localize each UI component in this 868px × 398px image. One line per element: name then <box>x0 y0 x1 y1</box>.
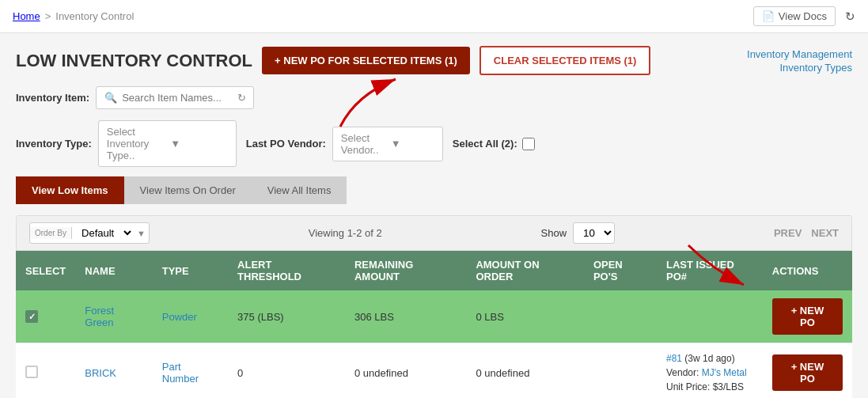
po-age: (3w 1d ago) <box>684 353 734 364</box>
breadcrumb-current: Inventory Control <box>55 10 134 22</box>
row2-new-po-button[interactable]: + NEW PO <box>772 354 843 391</box>
row1-on-order: 0 LBS <box>466 290 583 343</box>
row2-name-link[interactable]: BRICK <box>85 367 116 379</box>
col-select: Select <box>16 251 75 290</box>
prev-button-top[interactable]: PREV <box>774 227 802 239</box>
row2-last-po: #81 (3w 1d ago) Vendor: MJ's Metal Unit … <box>657 343 763 399</box>
order-by-select[interactable]: Default <box>72 223 134 243</box>
select-all-checkbox[interactable] <box>522 138 535 150</box>
table-row: Forest Green Powder 375 (LBS) 306 LBS 0 … <box>16 290 852 343</box>
col-type: Type <box>153 251 228 290</box>
filters-row-2: Inventory Type: Select Inventory Type.. … <box>16 120 852 204</box>
header-right: Inventory Management Inventory Types <box>747 48 852 74</box>
inventory-item-filter-group: Inventory Item: 🔍 ↻ <box>16 86 254 109</box>
row1-new-po-button[interactable]: + NEW PO <box>772 298 843 335</box>
order-by-label: Order By <box>30 227 72 239</box>
row2-checkbox[interactable] <box>25 366 38 378</box>
row1-open-pos <box>584 290 657 343</box>
table-header: Select Name Type Alert Threshold Remaini… <box>16 251 852 290</box>
row1-type-link[interactable]: Powder <box>162 311 197 323</box>
order-by-chevron: ▼ <box>134 229 149 238</box>
col-last-issued-po: Last Issued PO# <box>657 251 763 290</box>
col-remaining-amount: Remaining Amount <box>345 251 466 290</box>
tab-view-all-items[interactable]: View All Items <box>252 176 347 204</box>
row2-select-cell <box>16 343 75 399</box>
next-button-top[interactable]: NEXT <box>811 227 839 239</box>
main-content: LOW INVENTORY CONTROL + NEW PO FOR SELEC… <box>0 33 868 398</box>
doc-icon: 📄 <box>762 10 775 22</box>
inventory-type-label: Inventory Type: <box>16 138 92 150</box>
viewing-count-top: Viewing 1-2 of 2 <box>309 227 382 239</box>
last-po-vendor-filter-group: Last PO Vendor: Select Vendor.. ▼ <box>246 127 443 161</box>
row1-checkbox[interactable] <box>25 310 38 323</box>
row1-last-po <box>657 290 763 343</box>
pagination-top: Order By Default ▼ Viewing 1-2 of 2 Show… <box>16 215 852 251</box>
col-alert-threshold: Alert Threshold <box>228 251 345 290</box>
select-all-group: Select All (2): <box>453 138 535 150</box>
order-by-group: Order By Default ▼ <box>29 222 150 244</box>
select-all-label: Select All (2): <box>453 138 517 150</box>
vendor-value: Select Vendor.. <box>341 132 385 156</box>
inventory-table: Select Name Type Alert Threshold Remaini… <box>16 251 852 398</box>
row2-remaining: 0 undefined <box>345 343 466 399</box>
row1-name-cell: Forest Green <box>75 290 152 343</box>
table-row: BRICK Part Number 0 0 undefined 0 undefi… <box>16 343 852 399</box>
prev-next-top: PREV NEXT <box>774 227 839 239</box>
row2-name-cell: BRICK <box>75 343 152 399</box>
search-input[interactable] <box>122 92 233 104</box>
show-label-top: Show <box>541 227 567 239</box>
po-number-link[interactable]: #81 <box>666 353 682 364</box>
row1-select-cell <box>16 290 75 343</box>
refresh-icon[interactable]: ↻ <box>845 9 855 24</box>
row2-type-link[interactable]: Part Number <box>162 361 199 385</box>
header-left: LOW INVENTORY CONTROL + NEW PO FOR SELEC… <box>16 46 650 75</box>
col-actions: Actions <box>763 251 852 290</box>
search-refresh-icon[interactable]: ↻ <box>237 92 246 104</box>
page-title: LOW INVENTORY CONTROL <box>16 51 252 71</box>
row1-remaining: 306 LBS <box>345 290 466 343</box>
col-amount-on-order: Amount On Order <box>466 251 583 290</box>
po-info: #81 (3w 1d ago) Vendor: MJ's Metal Unit … <box>666 351 753 394</box>
header-row: LOW INVENTORY CONTROL + NEW PO FOR SELEC… <box>16 46 852 75</box>
row2-on-order: 0 undefined <box>466 343 583 399</box>
row2-alert-threshold: 0 <box>228 343 345 399</box>
inventory-types-link[interactable]: Inventory Types <box>779 62 852 74</box>
inventory-type-value: Select Inventory Type.. <box>107 126 164 161</box>
po-vendor-label: Vendor: <box>666 367 702 378</box>
row2-actions: + NEW PO <box>763 343 852 399</box>
clear-selected-button[interactable]: CLEAR SELECTED ITEMS (1) <box>479 46 651 75</box>
row2-open-pos <box>584 343 657 399</box>
show-select-top[interactable]: 10 25 50 <box>573 222 615 244</box>
col-name: Name <box>75 251 152 290</box>
row2-type-cell: Part Number <box>153 343 228 399</box>
inventory-item-label: Inventory Item: <box>16 92 89 104</box>
inventory-type-filter-group: Inventory Type: Select Inventory Type.. … <box>16 120 237 167</box>
inventory-management-link[interactable]: Inventory Management <box>747 48 852 60</box>
row1-alert-threshold: 375 (LBS) <box>228 290 345 343</box>
breadcrumb-separator: > <box>45 10 51 22</box>
breadcrumb-home[interactable]: Home <box>13 10 40 22</box>
vendor-dropdown[interactable]: Select Vendor.. ▼ <box>332 127 443 161</box>
search-box[interactable]: 🔍 ↻ <box>96 86 254 109</box>
table-body: Forest Green Powder 375 (LBS) 306 LBS 0 … <box>16 290 852 398</box>
search-icon: 🔍 <box>104 92 117 104</box>
inventory-type-dropdown[interactable]: Select Inventory Type.. ▼ <box>98 120 237 167</box>
col-open-pos: Open PO's <box>584 251 657 290</box>
filters-row-1: Inventory Item: 🔍 ↻ <box>16 86 852 109</box>
breadcrumb: Home > Inventory Control <box>13 10 134 22</box>
tab-view-low-items[interactable]: View Low Items <box>16 176 124 204</box>
row1-name-link[interactable]: Forest Green <box>85 305 114 328</box>
tab-view-items-on-order[interactable]: View Items On Order <box>124 176 252 204</box>
po-vendor-link[interactable]: MJ's Metal <box>702 367 747 378</box>
row1-type-cell: Powder <box>153 290 228 343</box>
chevron-down-icon: ▼ <box>170 138 227 150</box>
view-docs-button[interactable]: 📄 View Docs <box>753 6 836 26</box>
view-tabs: View Low Items View Items On Order View … <box>16 176 347 204</box>
new-po-selected-button[interactable]: + NEW PO FOR SELECTED ITEMS (1) <box>262 47 470 74</box>
top-bar: Home > Inventory Control 📄 View Docs ↻ <box>0 0 868 33</box>
top-bar-right: 📄 View Docs ↻ <box>753 6 855 26</box>
last-po-vendor-label: Last PO Vendor: <box>246 138 326 150</box>
show-group-top: Show 10 25 50 <box>541 222 616 244</box>
row1-actions: + NEW PO <box>763 290 852 343</box>
chevron-down-icon-2: ▼ <box>391 138 434 150</box>
